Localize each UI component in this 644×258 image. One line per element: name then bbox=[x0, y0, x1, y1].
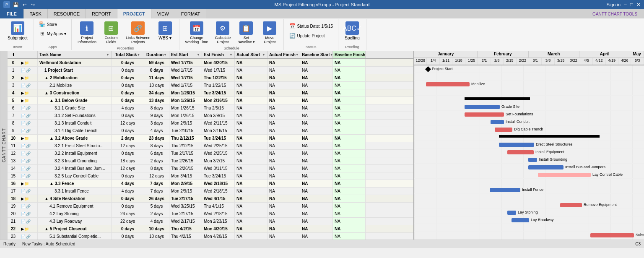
header-act-start[interactable]: Actual Start ▼ bbox=[235, 51, 267, 58]
cell-task-name[interactable]: 3.2.3 Install Grounding bbox=[38, 157, 112, 164]
table-row[interactable]: 15 📄🔗 3.2.5 Lay Control Cable 0 days 12 … bbox=[8, 172, 413, 180]
table-row[interactable]: 21 📄🔗 4.3 Lay Roadway 22 days 4 days Wed… bbox=[8, 218, 413, 225]
cell-task-name[interactable]: 1 Project Start bbox=[38, 67, 112, 74]
project-info-button[interactable]: ℹ ProjectInformation bbox=[75, 20, 99, 45]
tab-file[interactable]: FILE bbox=[0, 9, 24, 18]
header-total-slack[interactable]: Total Slack ▼ bbox=[112, 51, 144, 58]
header-est-finish[interactable]: Est Finish ▼ bbox=[202, 51, 235, 58]
cell-task-name[interactable]: ▲ 2 Mobilization bbox=[38, 74, 112, 81]
grid-body[interactable]: 0 ▶📁 Wellmont Substation 0 days 59 days … bbox=[8, 59, 413, 240]
change-working-time-button[interactable]: 📅 ChangeWorking Time bbox=[183, 20, 211, 45]
header-base-start[interactable]: Baseline Start ▼ bbox=[300, 51, 333, 58]
tab-view[interactable]: VIEW bbox=[151, 9, 175, 18]
table-row[interactable]: 5 ▶📁 ▲ 3.1 Below Grade 0 days 13 days Mo… bbox=[8, 97, 413, 104]
header-base-finish[interactable]: Baseline Finish ▼ bbox=[333, 51, 366, 58]
cell-task-name[interactable]: 3.1.4 Dig Cable Trench bbox=[38, 127, 112, 134]
tab-resource[interactable]: RESOURCE bbox=[48, 9, 86, 18]
table-row[interactable]: 11 📄🔗 3.2.1 Erect Steel Structu... 12 da… bbox=[8, 142, 413, 150]
table-row[interactable]: 17 📄🔗 3.3.1 Install Fence 4 days 7 days … bbox=[8, 188, 413, 195]
wbs-button[interactable]: ⊞ WBS ▾ bbox=[155, 20, 176, 42]
table-row[interactable]: 3 📄🔗 2.1 Mobilize 0 days 10 days Wed 1/7… bbox=[8, 82, 413, 89]
header-act-finish[interactable]: Actual Finish ▼ bbox=[267, 51, 300, 58]
cell-task-name[interactable]: 3.2.5 Lay Control Cable bbox=[38, 172, 112, 180]
act-finish-sort: ▼ bbox=[296, 53, 299, 57]
cell-task-name[interactable]: 4.2 Lay Stoning bbox=[38, 210, 112, 217]
header-duration[interactable]: Duration ▼ bbox=[144, 51, 169, 58]
cell-task-name[interactable]: 3.2.4 Install Bus and Jum... bbox=[38, 165, 112, 172]
cell-task-name[interactable]: ▲ 3.3 Fence bbox=[38, 180, 112, 187]
tab-format[interactable]: FORMAT bbox=[175, 9, 207, 18]
table-row[interactable]: 13 📄🔗 3.2.3 Install Grounding 18 days 2 … bbox=[8, 157, 413, 165]
table-row[interactable]: 16 ▶📁 ▲ 3.3 Fence 4 days 7 days Mon 2/9/… bbox=[8, 180, 413, 188]
minimize-button[interactable]: – bbox=[624, 2, 627, 8]
table-row[interactable]: 22 ▶📁 ▲ 5 Project Closeout 0 days 10 day… bbox=[8, 225, 413, 233]
cell-base-start: NA bbox=[300, 135, 333, 142]
cell-base-finish: NA bbox=[333, 120, 366, 127]
main-area: GANTT CHART ℹ Task Name ▼ Total Slack ▼ … bbox=[0, 51, 644, 240]
cell-act-finish: NA bbox=[267, 180, 300, 187]
table-row[interactable]: 4 ▶📁 ▲ 3 Construction 0 days 34 days Mon… bbox=[8, 89, 413, 97]
sign-in-link[interactable]: Sign in bbox=[606, 2, 621, 7]
header-id-icon: ℹ bbox=[13, 52, 14, 57]
table-row[interactable]: 6 📄🔗 3.1.1 Grade Site 4 days 8 days Mon … bbox=[8, 104, 413, 112]
update-project-button[interactable]: 🔄 Update Project bbox=[287, 31, 335, 40]
cell-task-name[interactable]: 3.2.2 Install Equipment bbox=[38, 150, 112, 157]
cell-task-name[interactable]: 2.1 Mobilize bbox=[38, 82, 112, 89]
cell-task-name[interactable]: Wellmont Substation bbox=[38, 59, 112, 66]
table-row[interactable]: 10 ▶📁 ▲ 3.2 Above Grade 2 days 23 days T… bbox=[8, 135, 413, 142]
cell-task-name[interactable]: 4.1 Remove Equipment bbox=[38, 203, 112, 210]
cell-act-start: NA bbox=[235, 89, 267, 96]
table-row[interactable]: 9 📄🔗 3.1.4 Dig Cable Trench 0 days 4 day… bbox=[8, 127, 413, 135]
maximize-button[interactable]: □ bbox=[630, 2, 633, 8]
status-date-button[interactable]: 📅 Status Date: 1/5/15 bbox=[287, 22, 335, 30]
header-task-name[interactable]: Task Name ▼ bbox=[38, 51, 112, 58]
custom-fields-button[interactable]: ⊞ CustomFields bbox=[101, 20, 122, 45]
cell-est-finish: Mon 3/2/15 bbox=[202, 157, 235, 164]
my-apps-button[interactable]: ⊞ My Apps ▾ bbox=[37, 29, 68, 38]
table-row[interactable]: 20 📄🔗 4.2 Lay Stoning 24 days 2 days Tue… bbox=[8, 210, 413, 218]
cell-task-name[interactable]: 3.2.1 Erect Steel Structu... bbox=[38, 142, 112, 149]
cell-task-name[interactable]: 3.1.2 Set Foundations bbox=[38, 112, 112, 119]
cell-task-name[interactable]: 5.1 Substantial Completio... bbox=[38, 233, 112, 240]
subproject-button[interactable]: 📊 Subproject bbox=[5, 20, 30, 42]
calculate-project-button[interactable]: ⚙ CalculateProject bbox=[212, 20, 233, 45]
cell-task-name[interactable]: ▲ 3.2 Above Grade bbox=[38, 135, 112, 142]
redo-qa-button[interactable]: ↪ bbox=[29, 1, 36, 8]
table-row[interactable]: 18 ▶📁 ▲ 4 Site Restoration 0 days 26 day… bbox=[8, 195, 413, 203]
week-1228: 12/28 bbox=[414, 58, 427, 65]
table-row[interactable]: 14 📄🔗 3.2.4 Install Bus and Jum... 12 da… bbox=[8, 165, 413, 172]
undo-qa-button[interactable]: ↩ bbox=[21, 1, 28, 8]
table-row[interactable]: 8 📄🔗 3.1.3 Install Conduit 12 days 3 day… bbox=[8, 120, 413, 127]
move-project-button[interactable]: ▶ MoveProject bbox=[259, 20, 280, 45]
table-row[interactable]: 12 📄🔗 3.2.2 Install Equipment 0 days 6 d… bbox=[8, 150, 413, 157]
tab-report[interactable]: REPORT bbox=[86, 9, 117, 18]
header-est-start[interactable]: Est Start ▼ bbox=[169, 51, 202, 58]
cell-task-name[interactable]: 3.1.1 Grade Site bbox=[38, 104, 112, 112]
links-button[interactable]: 🔗 Links BetweenProjects bbox=[123, 20, 153, 45]
table-row[interactable]: 23 📄🔗 5.1 Substantial Completio... 0 day… bbox=[8, 233, 413, 240]
cell-slack: 0 days bbox=[112, 233, 144, 240]
tab-project[interactable]: PROJECT bbox=[117, 9, 151, 18]
tab-task[interactable]: TASK bbox=[24, 9, 48, 18]
cell-act-finish: NA bbox=[267, 210, 300, 217]
table-row[interactable]: 0 ▶📁 Wellmont Substation 0 days 59 days … bbox=[8, 59, 413, 67]
cell-task-name[interactable]: 3.1.3 Install Conduit bbox=[38, 120, 112, 127]
my-apps-icon: ⊞ bbox=[39, 30, 46, 37]
cell-task-name[interactable]: ▲ 4 Site Restoration bbox=[38, 195, 112, 202]
set-baseline-button[interactable]: 📋 SetBaseline ▾ bbox=[235, 20, 257, 45]
cell-task-name[interactable]: ▲ 3 Construction bbox=[38, 89, 112, 96]
table-row[interactable]: 19 📄🔗 4.1 Remove Equipment 0 days 5 days… bbox=[8, 203, 413, 210]
store-button[interactable]: 🏪 Store bbox=[37, 20, 68, 29]
spelling-button[interactable]: ABC✓ Spelling bbox=[342, 20, 363, 42]
table-row[interactable]: 2 ▶📁 ▲ 2 Mobilization 0 days 11 days Wed… bbox=[8, 74, 413, 82]
close-button[interactable]: ✕ bbox=[636, 2, 641, 8]
cell-est-start: Tue 2/17/15 bbox=[169, 150, 202, 157]
cell-task-name[interactable]: ▲ 3.1 Below Grade bbox=[38, 97, 112, 104]
save-qa-button[interactable]: 💾 bbox=[13, 1, 19, 8]
cell-duration: 0 days bbox=[144, 67, 169, 74]
table-row[interactable]: 7 📄🔗 3.1.2 Set Foundations 0 days 9 days… bbox=[8, 112, 413, 120]
cell-task-name[interactable]: 4.3 Lay Roadway bbox=[38, 218, 112, 225]
cell-task-name[interactable]: 3.3.1 Install Fence bbox=[38, 188, 112, 195]
cell-task-name[interactable]: ▲ 5 Project Closeout bbox=[38, 225, 112, 232]
table-row[interactable]: 1 📄🔗 1 Project Start 0 days 0 days Wed 1… bbox=[8, 67, 413, 74]
